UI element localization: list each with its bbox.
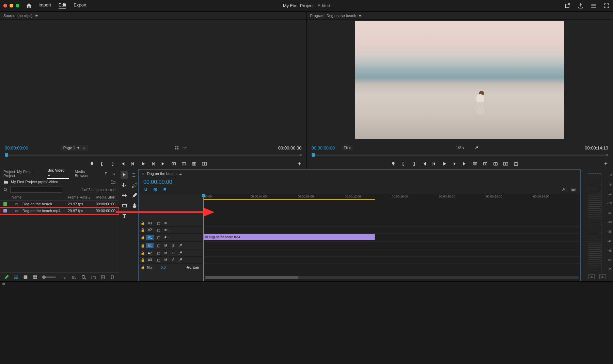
- lane-a3[interactable]: [203, 257, 580, 264]
- maximize-window[interactable]: [16, 4, 19, 7]
- out-bracket-icon[interactable]: [411, 161, 416, 166]
- add-button-icon[interactable]: [297, 161, 302, 166]
- lane-v2[interactable]: [203, 227, 580, 234]
- marker-icon[interactable]: [162, 187, 167, 192]
- lane-a2[interactable]: [203, 250, 580, 257]
- insert-icon[interactable]: [171, 161, 176, 166]
- go-to-in-icon[interactable]: [120, 161, 125, 166]
- razor-tool[interactable]: [131, 181, 138, 189]
- source-monitor-viewport[interactable]: [0, 20, 306, 144]
- cc-icon[interactable]: CC: [571, 187, 576, 192]
- extract-icon[interactable]: [483, 161, 488, 166]
- solo-right[interactable]: S: [599, 274, 606, 279]
- step-back-icon[interactable]: [130, 161, 135, 166]
- timeline-content[interactable]: :00:0000:00:04:0000:00:08:0000:00:12:000…: [203, 194, 580, 281]
- tab-project[interactable]: Project: My First Project: [3, 170, 41, 178]
- project-row[interactable]: ⧉Dog on the beach29.97 fps00:00:00:00: [0, 201, 119, 207]
- in-bracket-icon[interactable]: [401, 161, 406, 166]
- thumbnail-size-slider[interactable]: [42, 276, 56, 278]
- tab-extra[interactable]: E: [105, 172, 107, 176]
- lift-icon[interactable]: [473, 161, 477, 166]
- program-scrubber[interactable]: [312, 152, 609, 159]
- track-a2-header[interactable]: 🔒A2▢MS🎤: [139, 250, 203, 257]
- go-to-in-icon[interactable]: [422, 161, 426, 166]
- source-timecode-in[interactable]: 00:00:00:00: [5, 145, 28, 151]
- settings-wrench-icon[interactable]: [474, 145, 479, 150]
- play-icon[interactable]: [442, 161, 447, 166]
- quick-export-icon[interactable]: [565, 3, 571, 9]
- source-page-selector[interactable]: Page 1▾▸: [61, 145, 88, 151]
- tab-media-browser[interactable]: Media Browser: [75, 170, 99, 178]
- workspace-icon[interactable]: [591, 3, 597, 9]
- tab-import[interactable]: Import: [38, 2, 51, 9]
- tabs-overflow-icon[interactable]: »: [113, 172, 115, 176]
- track-v3-header[interactable]: 🔒V3▢👁: [139, 220, 203, 227]
- comparison-icon[interactable]: [202, 161, 207, 166]
- mark-in-icon[interactable]: [391, 161, 396, 166]
- linked-selection-icon[interactable]: [153, 187, 158, 192]
- close-window[interactable]: [3, 4, 7, 7]
- panel-menu-icon[interactable]: [35, 13, 40, 18]
- grid-icon[interactable]: [175, 146, 179, 150]
- tab-export[interactable]: Export: [74, 2, 87, 9]
- new-bin-icon[interactable]: [91, 275, 96, 280]
- trash-icon[interactable]: [110, 275, 115, 280]
- overwrite-icon[interactable]: [182, 161, 186, 166]
- track-v1-header[interactable]: 🔒V1▢👁: [139, 234, 203, 242]
- timeline-zoom-scroll[interactable]: [205, 276, 579, 279]
- comparison-icon[interactable]: [503, 161, 508, 166]
- in-bracket-icon[interactable]: [100, 161, 105, 166]
- playback-res-selector[interactable]: 1/2: [456, 146, 464, 150]
- hand-tool[interactable]: [131, 202, 138, 209]
- source-scrubber[interactable]: [5, 152, 302, 159]
- mark-in-icon[interactable]: [90, 161, 94, 166]
- project-row[interactable]: ▭Dog on the beach.mp429.97 fps00:00:00:0…: [0, 207, 119, 214]
- program-timecode-current[interactable]: 00:00:00:00: [312, 145, 335, 151]
- step-fwd-icon[interactable]: [151, 161, 156, 166]
- track-v2-header[interactable]: 🔒V2▢👁: [139, 227, 203, 234]
- home-icon[interactable]: [26, 2, 32, 9]
- mix-track-header[interactable]: 🔒Mix0.0�справ: [139, 264, 203, 271]
- search-input[interactable]: [10, 187, 62, 193]
- zoom-fit-selector[interactable]: Fit: [342, 145, 353, 151]
- timeline-timecode[interactable]: 00:00:00:00: [143, 179, 172, 185]
- sort-icon[interactable]: [62, 275, 67, 280]
- icon-view-icon[interactable]: [23, 275, 28, 280]
- add-button-icon[interactable]: [603, 161, 608, 166]
- lane-a1[interactable]: [203, 242, 580, 250]
- write-icon[interactable]: [4, 275, 9, 280]
- folder-up-icon[interactable]: [111, 180, 115, 184]
- new-item-icon[interactable]: [100, 275, 105, 280]
- go-to-out-icon[interactable]: [161, 161, 166, 166]
- out-bracket-icon[interactable]: [110, 161, 115, 166]
- panel-menu-icon[interactable]: [359, 13, 363, 18]
- track-a1-header[interactable]: 🔒A1▢MS🎤: [139, 242, 203, 250]
- selection-tool[interactable]: [121, 171, 128, 179]
- find-icon[interactable]: [81, 275, 86, 280]
- safe-margins-icon[interactable]: [514, 161, 518, 166]
- timeline-ruler[interactable]: :00:0000:00:04:0000:00:08:0000:00:12:000…: [203, 194, 580, 200]
- solo-left[interactable]: S: [588, 274, 595, 279]
- track-select-tool[interactable]: [131, 171, 138, 179]
- share-icon[interactable]: [578, 3, 584, 9]
- minimize-window[interactable]: [10, 4, 13, 7]
- slip-tool[interactable]: [121, 192, 128, 199]
- playhead[interactable]: [203, 194, 204, 281]
- go-to-out-icon[interactable]: [462, 161, 467, 166]
- automate-icon[interactable]: [72, 275, 77, 280]
- snap-icon[interactable]: [143, 187, 148, 192]
- export-frame-icon[interactable]: [192, 161, 197, 166]
- panel-menu-icon[interactable]: [179, 171, 183, 176]
- ripple-tool[interactable]: [121, 181, 128, 189]
- step-back-icon[interactable]: [432, 161, 437, 166]
- export-frame-icon[interactable]: [493, 161, 498, 166]
- play-icon[interactable]: [141, 161, 145, 166]
- track-a3-header[interactable]: 🔒A3▢MS🎤: [139, 257, 203, 264]
- close-sequence-icon[interactable]: ×: [142, 172, 144, 176]
- timeline-clip[interactable]: Dog on the beach.mp4: [203, 234, 375, 240]
- fullscreen-icon[interactable]: [603, 3, 610, 9]
- pen-tool[interactable]: [131, 192, 138, 199]
- project-column-headers[interactable]: Name Frame Rate ▴ Media Start: [0, 194, 119, 201]
- rectangle-tool[interactable]: [121, 202, 128, 209]
- lane-v1[interactable]: Dog on the beach.mp4: [203, 234, 580, 242]
